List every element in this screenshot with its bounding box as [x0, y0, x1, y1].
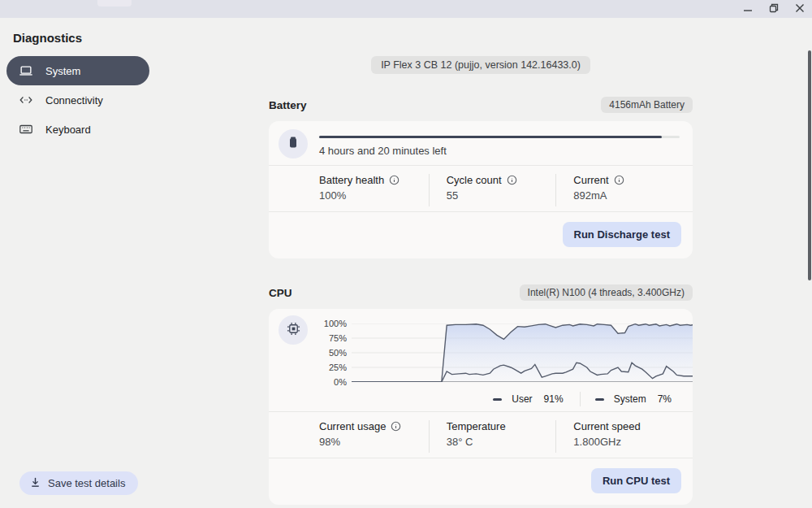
y-tick: 50%: [329, 348, 347, 358]
battery-section-title: Battery: [269, 99, 307, 111]
user-series-dash-icon: [493, 398, 502, 401]
restore-button[interactable]: [767, 2, 781, 16]
save-test-details-button[interactable]: Save test details: [19, 471, 138, 495]
current-column: Current 892mA: [555, 174, 683, 202]
info-icon[interactable]: [391, 421, 401, 432]
y-tick: 0%: [334, 377, 347, 387]
current-speed-label: Current speed: [573, 420, 640, 432]
keyboard-icon: [18, 121, 34, 137]
legend-item-system: System 7%: [595, 393, 685, 405]
current-speed-column: Current speed 1.800GHz: [555, 420, 683, 448]
chart-plot-area: [352, 323, 693, 382]
sidebar-item-system[interactable]: System: [6, 56, 149, 85]
cpu-chip-icon: [287, 322, 300, 339]
current-label: Current: [573, 174, 608, 186]
system-series-dash-icon: [595, 398, 604, 401]
current-value: 892mA: [573, 189, 683, 202]
legend-value: 91%: [544, 393, 564, 405]
info-icon[interactable]: [507, 175, 517, 185]
battery-health-value: 100%: [319, 189, 429, 202]
download-icon: [29, 476, 41, 491]
window-titlebar: [0, 0, 812, 18]
page-title: Diagnostics: [13, 31, 82, 45]
run-discharge-test-button[interactable]: Run Discharge test: [563, 222, 681, 247]
connectivity-icon: [18, 92, 34, 108]
cycle-count-column: Cycle count 55: [429, 174, 556, 202]
cpu-icon-circle: [279, 315, 308, 345]
battery-health-label: Battery health: [319, 174, 384, 186]
device-banner: IP Flex 3 CB 12 (pujjo, version 142.1643…: [269, 56, 693, 74]
cpu-card: 100% 75% 50% 25% 0% User 91%: [269, 309, 693, 505]
chart-legend: User 91% System 7%: [269, 385, 693, 411]
cpu-details: Current usage 98% Temperature 38° C Curr…: [269, 412, 693, 458]
current-usage-column: Current usage 98%: [319, 420, 429, 448]
titlebar-highlight: [97, 0, 132, 7]
battery-icon: [287, 136, 300, 152]
chart-y-axis: 100% 75% 50% 25% 0%: [321, 323, 352, 382]
sidebar-item-keyboard[interactable]: Keyboard: [6, 115, 149, 144]
close-icon: [795, 3, 805, 15]
y-tick: 25%: [329, 363, 347, 372]
y-tick: 75%: [329, 333, 347, 343]
cpu-section-title: CPU: [269, 287, 292, 299]
current-usage-value: 98%: [319, 436, 429, 448]
minimize-button[interactable]: [741, 2, 755, 16]
legend-value: 7%: [658, 393, 672, 405]
run-cpu-test-button[interactable]: Run CPU test: [591, 468, 681, 493]
minimize-icon: [743, 3, 753, 15]
cpu-model-badge: Intel(R) N100 (4 threads, 3.400GHz): [520, 284, 693, 301]
scrollbar-thumb[interactable]: [808, 50, 811, 280]
laptop-icon: [18, 63, 34, 79]
legend-item-user: User 91%: [493, 393, 576, 405]
legend-separator: [580, 392, 581, 406]
cpu-section: CPU Intel(R) N100 (4 threads, 3.400GHz) …: [269, 284, 693, 505]
battery-capacity-badge: 4156mAh Battery: [601, 97, 693, 113]
battery-card: 4 hours and 20 minutes left Battery heal…: [269, 121, 693, 258]
cycle-count-value: 55: [447, 189, 556, 202]
battery-progress-fill: [319, 136, 662, 138]
current-usage-label: Current usage: [319, 420, 386, 432]
temperature-label: Temperature: [447, 420, 506, 432]
save-button-label: Save test details: [48, 477, 125, 489]
temperature-column: Temperature 38° C: [429, 420, 556, 448]
main-content: IP Flex 3 CB 12 (pujjo, version 142.1643…: [269, 56, 693, 508]
sidebar-item-label: System: [45, 65, 80, 77]
y-tick: 100%: [324, 319, 347, 328]
cycle-count-label: Cycle count: [447, 174, 502, 186]
battery-progress-track: [319, 136, 680, 138]
sidebar-item-label: Connectivity: [45, 94, 103, 106]
legend-label: System: [614, 393, 646, 405]
device-info-badge: IP Flex 3 CB 12 (pujjo, version 142.1643…: [371, 56, 590, 74]
window-controls: [741, 0, 807, 18]
sidebar-item-connectivity[interactable]: Connectivity: [6, 85, 149, 115]
cpu-usage-chart: 100% 75% 50% 25% 0%: [308, 315, 693, 382]
sidebar-item-label: Keyboard: [45, 124, 91, 136]
temperature-value: 38° C: [447, 436, 556, 448]
sidebar: System Connectivity Keyboard: [6, 56, 149, 144]
battery-details: Battery health 100% Cycle count 55 Curre…: [269, 166, 693, 211]
info-icon[interactable]: [614, 175, 624, 185]
battery-icon-circle: [279, 129, 308, 158]
battery-time-left: 4 hours and 20 minutes left: [319, 145, 680, 157]
battery-section: Battery 4156mAh Battery 4 hours and 20 m…: [269, 97, 693, 258]
info-icon[interactable]: [389, 175, 400, 185]
restore-icon: [769, 3, 779, 15]
current-speed-value: 1.800GHz: [573, 436, 683, 448]
close-button[interactable]: [793, 2, 807, 16]
legend-label: User: [512, 393, 532, 405]
battery-health-column: Battery health 100%: [319, 174, 429, 202]
